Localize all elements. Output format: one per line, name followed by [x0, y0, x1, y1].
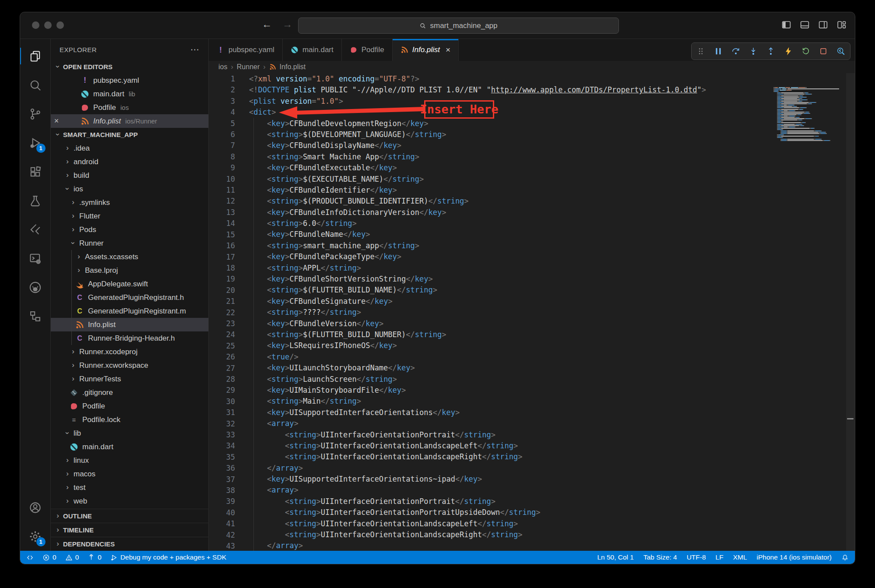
tree-item[interactable]: CGeneratedPluginRegistrant.h — [51, 291, 208, 304]
status-item[interactable] — [26, 554, 34, 561]
status-item[interactable]: 0 — [65, 553, 79, 561]
open-editor-item[interactable]: Podfileios — [51, 101, 208, 114]
tree-item[interactable]: ›Pods — [51, 223, 208, 236]
tab-main-dart[interactable]: main.dart — [283, 39, 342, 61]
tree-item[interactable]: Podfile — [51, 399, 208, 413]
forward-icon[interactable]: → — [282, 18, 292, 30]
stop-icon[interactable] — [819, 46, 828, 56]
step-into-icon[interactable] — [748, 46, 758, 56]
minimap-segment — [806, 107, 807, 108]
status-item[interactable]: 0 — [42, 553, 56, 561]
tree-item[interactable]: ›.idea — [51, 141, 208, 155]
restart-icon[interactable] — [801, 46, 811, 56]
open-editor-item[interactable]: ×Info.plistios/Runner — [51, 114, 208, 128]
activity-item-search[interactable] — [20, 70, 51, 99]
command-center-search[interactable]: smart_machine_app — [298, 18, 619, 34]
pause-icon[interactable] — [713, 46, 723, 56]
activity-item-run-debug[interactable]: 1 — [20, 128, 51, 157]
activity-item-account[interactable] — [20, 493, 51, 522]
tree-item[interactable]: ›ios — [51, 182, 208, 196]
open-editor-item[interactable]: main.dartlib — [51, 87, 208, 101]
tree-item[interactable]: ›Runner — [51, 236, 208, 250]
explorer-more-icon[interactable]: ⋯ — [190, 44, 200, 55]
tree-item[interactable]: ›linux — [51, 454, 208, 467]
tree-item[interactable]: ›Runner.xcodeproj — [51, 345, 208, 359]
activity-item-flutter[interactable] — [20, 215, 51, 244]
status-item[interactable]: Tab Size: 4 — [643, 553, 677, 561]
status-item[interactable]: XML — [733, 553, 747, 561]
minimap-segment — [789, 127, 794, 127]
minimap[interactable] — [773, 83, 839, 141]
activity-item-explorer[interactable] — [20, 42, 51, 70]
tree-item[interactable]: ›macos — [51, 467, 208, 481]
tree-item[interactable]: CGeneratedPluginRegistrant.m — [51, 304, 208, 318]
tree-item[interactable]: ›RunnerTests — [51, 372, 208, 386]
step-out-icon[interactable] — [766, 46, 776, 56]
step-over-icon[interactable] — [731, 46, 741, 56]
code-line: <string>UIInterfaceOrientationLandscapeR… — [249, 451, 706, 462]
code-line: <!DOCTYPE plist PUBLIC "-//Apple//DTD PL… — [249, 85, 706, 95]
scrollbar[interactable] — [846, 73, 855, 551]
open-editors-header[interactable]: › OPEN EDITORS — [51, 60, 208, 74]
minimap-segment — [787, 130, 814, 131]
activity-item-settings[interactable]: 1 — [20, 522, 51, 551]
status-item[interactable]: Ln 50, Col 1 — [597, 553, 634, 561]
code-token — [249, 252, 267, 261]
status-item[interactable]: 0 — [88, 553, 102, 561]
layout-sidebar-right-icon[interactable] — [818, 19, 829, 30]
status-item[interactable] — [841, 554, 849, 561]
activity-item-testing[interactable] — [20, 186, 51, 215]
layout-sidebar-left-icon[interactable] — [781, 19, 792, 30]
section-timeline[interactable]: ›TIMELINE — [51, 523, 208, 537]
breadcrumb-item[interactable]: ios — [218, 63, 227, 71]
layout-customize-icon[interactable] — [836, 19, 847, 30]
layout-panel-icon[interactable] — [799, 19, 810, 30]
tree-item[interactable]: CRunner-Bridging-Header.h — [51, 331, 208, 345]
minimize-window-icon[interactable] — [44, 21, 52, 29]
status-item[interactable]: iPhone 14 (ios simulator) — [757, 553, 832, 561]
close-icon[interactable]: × — [51, 116, 62, 126]
status-item[interactable]: LF — [716, 553, 724, 561]
tree-item[interactable]: ≡Podfile.lock — [51, 413, 208, 426]
hot-reload-icon[interactable] — [784, 46, 793, 56]
tree-item[interactable]: ›Assets.xcassets — [51, 250, 208, 264]
inspector-icon[interactable] — [836, 46, 846, 56]
close-icon[interactable]: × — [446, 45, 450, 55]
section-outline[interactable]: ›OUTLINE — [51, 509, 208, 523]
code-token: < — [267, 264, 271, 272]
activity-item-devtools[interactable] — [20, 244, 51, 273]
breadcrumb-item[interactable]: Info.plist — [280, 63, 306, 71]
activity-item-hierarchy[interactable] — [20, 302, 51, 331]
tree-item[interactable]: main.dart — [51, 440, 208, 454]
tab-pubspec-yaml[interactable]: !pubspec.yaml — [209, 39, 283, 61]
tree-item[interactable]: ›web — [51, 494, 208, 508]
tree-item[interactable]: ›android — [51, 155, 208, 169]
back-icon[interactable]: ← — [262, 18, 272, 30]
section-dependencies[interactable]: ›DEPENDENCIES — [51, 537, 208, 551]
status-item[interactable]: UTF-8 — [687, 553, 706, 561]
code-editor[interactable]: 1234567891011121314151617181920212223242… — [209, 73, 855, 551]
close-window-icon[interactable] — [32, 21, 39, 29]
tree-item[interactable]: .gitignore — [51, 386, 208, 399]
traffic-lights[interactable] — [32, 21, 64, 29]
open-editor-item[interactable]: !pubspec.yaml — [51, 74, 208, 87]
tree-item[interactable]: ›.symlinks — [51, 196, 208, 209]
project-header[interactable]: › SMART_MACHINE_APP — [51, 128, 208, 141]
tree-item[interactable]: ›lib — [51, 426, 208, 440]
tab-info-plist[interactable]: Info.plist× — [393, 39, 459, 61]
tree-item[interactable]: ›build — [51, 169, 208, 182]
tree-item[interactable]: ›Base.lproj — [51, 264, 208, 277]
breadcrumb-item[interactable]: Runner — [237, 63, 260, 71]
tree-item[interactable]: ›Flutter — [51, 209, 208, 223]
grip-icon[interactable] — [696, 46, 706, 56]
tab-podfile[interactable]: Podfile — [342, 39, 393, 61]
status-item[interactable]: Debug my code + packages + SDK — [110, 553, 226, 561]
zoom-window-icon[interactable] — [56, 21, 64, 29]
activity-item-extensions[interactable] — [20, 157, 51, 186]
activity-item-github[interactable] — [20, 273, 51, 302]
activity-item-source-control[interactable] — [20, 99, 51, 128]
tree-item[interactable]: Info.plist — [51, 318, 208, 331]
tree-item[interactable]: ›Runner.xcworkspace — [51, 359, 208, 372]
tree-item[interactable]: AppDelegate.swift — [51, 277, 208, 291]
tree-item[interactable]: ›test — [51, 481, 208, 494]
